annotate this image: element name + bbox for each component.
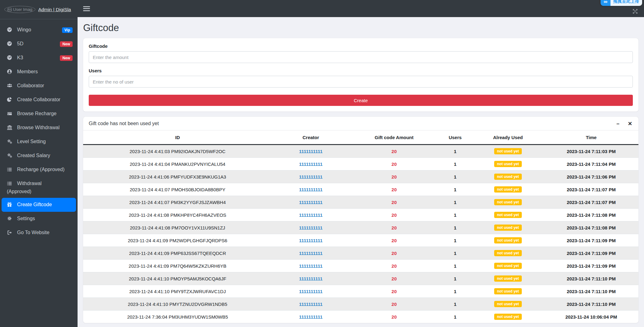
creator-link[interactable]: 1111111111 — [299, 225, 323, 230]
cell-creator: 1111111111 — [272, 183, 350, 196]
sidebar-item-go-to-website[interactable]: Go To Website — [0, 226, 78, 240]
sidebar-item-create-giftcode[interactable]: Create Giftcode — [2, 198, 76, 212]
table-row: 2023-11-24 4:41:04 PMANKU2PVNYICALU54111… — [83, 158, 638, 170]
creator-link[interactable]: 1111111111 — [299, 238, 323, 243]
pie-chart-icon — [7, 97, 13, 104]
creator-link[interactable]: 1111111111 — [299, 263, 323, 269]
app-root: User Imag Admin | DigiSla WingoVip5DNewK… — [0, 0, 644, 327]
cell-id: 2023-11-24 4:41:07 PMOHS0BJOIDA8B0BPY — [83, 183, 272, 196]
sidebar-item-browse-recharge[interactable]: Browse Recharge — [0, 107, 78, 121]
cell-id: 2023-11-24 4:41:07 PM3K2YYGFJSJZAWBH4 — [83, 196, 272, 209]
create-button[interactable]: Create — [89, 95, 633, 106]
sidebar-nav: WingoVip5DNewK3NewMembersCollaboratorCre… — [0, 19, 78, 240]
table-row: 2023-11-24 4:41:03 PM92IOAKJN7D5WF2OC111… — [83, 145, 638, 158]
sidebar-item-label: Browse Recharge — [17, 111, 56, 116]
status-badge: not used yet — [494, 250, 522, 256]
sidebar-toggle-button[interactable] — [83, 5, 90, 12]
creator-link[interactable]: 1111111111 — [299, 212, 323, 218]
table-row: 2023-11-24 4:41:09 PM2WDPLGHGFJQRDPS6111… — [83, 234, 638, 247]
cell-creator: 1111111111 — [272, 311, 350, 323]
cell-already-used: not used yet — [472, 272, 544, 285]
admin-profile-link[interactable]: Admin | DigiSla — [38, 7, 71, 12]
table-row: 2023-11-24 4:41:08 PMKHP8YC4FH6AZVEOS111… — [83, 209, 638, 221]
table-row: 2023-11-24 4:41:10 PMOYP5AMJ5KOCQA6JF111… — [83, 272, 638, 285]
cell-already-used: not used yet — [472, 209, 544, 221]
sidebar-item-browse-withdrawal[interactable]: Browse Withdrawal — [0, 121, 78, 135]
sidebar-item-wingo[interactable]: WingoVip — [0, 23, 78, 37]
content: Giftcode Giftcode Users Create — [78, 17, 644, 327]
creator-link[interactable]: 1111111111 — [299, 187, 323, 192]
creator-link[interactable]: 1111111111 — [299, 302, 323, 307]
user-icon — [7, 69, 13, 76]
sidebar-item-members[interactable]: Members — [0, 65, 78, 79]
sidebar-item-withdrawal-approved[interactable]: Withdrawal (Approved) — [0, 177, 78, 198]
sidebar-item-5d[interactable]: 5DNew — [0, 37, 78, 51]
cell-users: 1 — [439, 170, 472, 183]
creator-link[interactable]: 1111111111 — [299, 276, 323, 281]
cell-time: 2023-11-24 7:11:09 PM — [544, 247, 638, 260]
cell-already-used: not used yet — [472, 311, 544, 323]
status-badge: not used yet — [494, 237, 522, 243]
users-count-input[interactable] — [89, 76, 633, 88]
creator-link[interactable]: 1111111111 — [299, 174, 323, 179]
cell-already-used: not used yet — [472, 247, 544, 260]
status-badge: not used yet — [494, 301, 522, 307]
cell-id: 2023-11-24 4:41:10 PMYTZNU2DVGRW1NDB5 — [83, 298, 272, 311]
status-badge: not used yet — [494, 275, 522, 282]
sidebar-item-label: Go To Website — [17, 230, 49, 235]
cell-already-used: not used yet — [472, 298, 544, 311]
fullscreen-toggle-icon[interactable] — [632, 8, 638, 14]
close-card-button[interactable]: ✕ — [628, 121, 632, 126]
sidebar-item-recharge-approved[interactable]: Recharge (Approved) — [0, 163, 78, 177]
topbar-right: ∞ 拖拽至此上传 — [632, 3, 638, 14]
table-row: 2023-11-24 4:41:07 PM3K2YYGFJSJZAWBH4111… — [83, 196, 638, 209]
cell-amount: 20 — [350, 221, 438, 234]
sidebar-item-label: K3 — [17, 55, 23, 60]
sign-out-icon — [7, 230, 13, 237]
cell-time: 2023-11-24 7:11:10 PM — [544, 298, 638, 311]
gift-icon — [7, 202, 13, 209]
cell-amount: 20 — [350, 234, 438, 247]
minimize-card-button[interactable]: – — [616, 121, 619, 126]
table-row: 2023-11-24 4:41:10 PMY9TZXJWRUFAVC1DJ111… — [83, 285, 638, 298]
table-row: 2023-11-24 4:41:06 PMFYUDFX3E9NKUG1A3111… — [83, 170, 638, 183]
cell-already-used: not used yet — [472, 221, 544, 234]
creator-link[interactable]: 1111111111 — [299, 149, 323, 154]
sidebar-item-collaborator[interactable]: Collaborator — [0, 79, 78, 93]
sidebar-item-label: Members — [17, 69, 38, 74]
giftcode-form-card: Giftcode Users Create — [83, 38, 638, 111]
users-icon — [7, 83, 13, 90]
cogs-icon — [7, 153, 13, 160]
giftcode-amount-input[interactable] — [89, 51, 633, 63]
creator-link[interactable]: 1111111111 — [299, 314, 323, 320]
upload-overlay-text: 拖拽至此上传 — [610, 0, 642, 6]
sidebar-item-label: Collaborator — [17, 83, 44, 88]
topbar: ∞ 拖拽至此上传 — [78, 0, 644, 17]
users-field-label: Users — [89, 68, 633, 73]
sidebar-item-label: Settings — [17, 216, 35, 221]
sidebar-item-label: Level Setting — [17, 139, 46, 144]
cell-users: 1 — [439, 183, 472, 196]
cell-already-used: not used yet — [472, 285, 544, 298]
creator-link[interactable]: 1111111111 — [299, 161, 323, 167]
cell-time: 2023-11-24 7:11:04 PM — [544, 158, 638, 170]
table-row: 2023-11-24 4:41:07 PMOHS0BJOIDA8B0BPY111… — [83, 183, 638, 196]
drag-upload-overlay[interactable]: ∞ 拖拽至此上传 — [601, 0, 642, 6]
sidebar-item-settings[interactable]: Settings — [0, 212, 78, 226]
credit-card-icon — [7, 111, 13, 118]
column-header-time: Time — [544, 130, 638, 145]
cell-users: 1 — [439, 260, 472, 272]
status-badge: not used yet — [494, 148, 522, 154]
status-badge: not used yet — [494, 288, 522, 294]
cell-amount: 20 — [350, 209, 438, 221]
sidebar-item-level-setting[interactable]: Level Setting — [0, 135, 78, 149]
cell-users: 1 — [439, 209, 472, 221]
sidebar-item-created-salary[interactable]: Created Salary — [0, 149, 78, 163]
sidebar-item-k3[interactable]: K3New — [0, 51, 78, 65]
table-card-title: Gift code has not been used yet — [89, 121, 159, 126]
creator-link[interactable]: 1111111111 — [299, 251, 323, 256]
cell-time: 2023-11-24 7:11:10 PM — [544, 285, 638, 298]
creator-link[interactable]: 1111111111 — [299, 200, 323, 205]
creator-link[interactable]: 1111111111 — [299, 289, 323, 294]
sidebar-item-create-collaborator[interactable]: Create Collaborator — [0, 93, 78, 107]
